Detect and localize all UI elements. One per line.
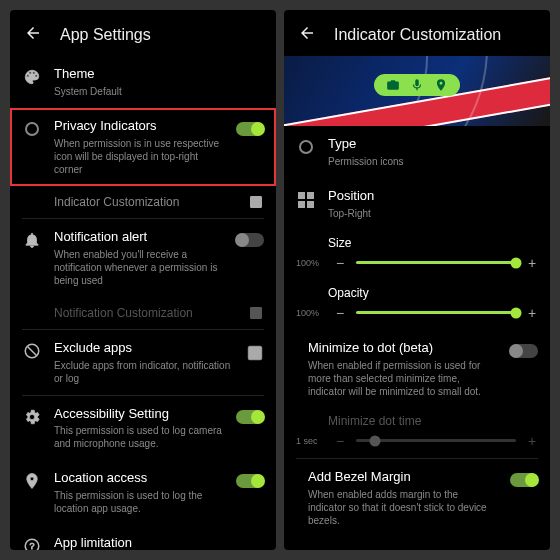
svg-text:?: ? <box>29 541 34 550</box>
min-time-slider: 1 sec − + <box>284 430 550 458</box>
back-arrow-icon[interactable] <box>24 24 42 46</box>
location-icon <box>434 78 448 92</box>
radio-icon <box>296 136 316 154</box>
bezel-row[interactable]: Add Bezel Margin When enabled adds margi… <box>284 459 550 537</box>
mic-icon <box>410 78 424 92</box>
page-title: App Settings <box>60 26 151 44</box>
bezel-toggle[interactable] <box>510 469 538 487</box>
gear-icon <box>22 406 42 426</box>
location-row[interactable]: Location access This permission is used … <box>10 460 276 525</box>
app-settings-screen: App Settings Theme System Default Privac… <box>10 10 276 550</box>
size-label: Size <box>284 230 550 252</box>
indicator-customization-nav[interactable]: Indicator Customization <box>10 186 276 218</box>
size-slider[interactable]: 100% − + <box>284 252 550 280</box>
help-icon: ? <box>22 535 42 550</box>
access-toggle[interactable] <box>236 406 264 424</box>
minus-icon[interactable]: − <box>334 306 346 320</box>
notif-toggle[interactable] <box>236 229 264 247</box>
min-time-label: Minimize dot time <box>284 408 550 430</box>
position-row[interactable]: Position Top-Right <box>284 178 550 230</box>
notif-custom-label: Notification Customization <box>54 306 193 320</box>
back-arrow-icon[interactable] <box>298 24 316 46</box>
minimize-row[interactable]: Minimize to dot (beta) When enabled if p… <box>284 330 550 408</box>
opacity-value: 100% <box>296 308 324 318</box>
theme-label: Theme <box>54 66 264 83</box>
access-label: Accessibility Setting <box>54 406 224 423</box>
open-icon <box>248 305 264 321</box>
indicator-customization-screen: Indicator Customization Type Permission … <box>284 10 550 550</box>
page-title: Indicator Customization <box>334 26 501 44</box>
appbar: Indicator Customization <box>284 10 550 56</box>
position-value: Top-Right <box>328 207 538 220</box>
svg-line-1 <box>28 346 37 355</box>
opacity-label: Opacity <box>284 280 550 302</box>
plus-icon[interactable]: + <box>526 256 538 270</box>
type-value: Permission icons <box>328 155 538 168</box>
appbar: App Settings <box>10 10 276 56</box>
min-time-value: 1 sec <box>296 436 324 446</box>
preview-banner <box>284 56 550 126</box>
camera-icon <box>386 78 400 92</box>
plus-icon: + <box>526 434 538 448</box>
exclude-sub: Exclude apps from indicator, notificatio… <box>54 359 234 385</box>
block-icon <box>22 340 42 360</box>
plus-icon[interactable]: + <box>526 306 538 320</box>
notification-alert-row[interactable]: Notification alert When enabled you'll r… <box>10 219 276 297</box>
notif-label: Notification alert <box>54 229 224 246</box>
notif-sub: When enabled you'll receive a notificati… <box>54 248 224 287</box>
bezel-sub: When enabled adds margin to the indicato… <box>308 488 498 527</box>
privacy-indicators-row[interactable]: Privacy Indicators When permission is in… <box>10 108 276 186</box>
privacy-label: Privacy Indicators <box>54 118 224 135</box>
theme-row[interactable]: Theme System Default <box>10 56 276 108</box>
size-value: 100% <box>296 258 324 268</box>
type-row[interactable]: Type Permission icons <box>284 126 550 178</box>
pin-icon <box>22 470 42 490</box>
access-sub: This permission is used to log camera an… <box>54 424 224 450</box>
grid-icon <box>296 188 316 208</box>
limit-label: App limitation <box>54 535 264 550</box>
minus-icon: − <box>334 434 346 448</box>
open-icon <box>248 194 264 210</box>
theme-value: System Default <box>54 85 264 98</box>
minimize-label: Minimize to dot (beta) <box>308 340 498 357</box>
privacy-sub: When permission is in use respective ico… <box>54 137 224 176</box>
location-sub: This permission is used to log the locat… <box>54 489 224 515</box>
minus-icon[interactable]: − <box>334 256 346 270</box>
location-label: Location access <box>54 470 224 487</box>
type-label: Type <box>328 136 538 153</box>
location-toggle[interactable] <box>236 470 264 488</box>
app-limitation-row[interactable]: ? App limitation Click here to know abou… <box>10 525 276 550</box>
accessibility-row[interactable]: Accessibility Setting This permission is… <box>10 396 276 461</box>
privacy-toggle[interactable] <box>236 118 264 136</box>
palette-icon <box>22 66 42 86</box>
minimize-sub: When enabled if permission is used for m… <box>308 359 498 398</box>
exclude-apps-row[interactable]: Exclude apps Exclude apps from indicator… <box>10 330 276 395</box>
indicator-customization-label: Indicator Customization <box>54 195 179 209</box>
indicator-pill <box>374 74 460 96</box>
radio-icon <box>22 118 42 136</box>
minimize-toggle[interactable] <box>510 340 538 358</box>
position-label: Position <box>328 188 538 205</box>
bell-icon <box>22 229 42 249</box>
exclude-label: Exclude apps <box>54 340 234 357</box>
open-icon <box>246 340 264 362</box>
opacity-slider[interactable]: 100% − + <box>284 302 550 330</box>
notification-customization-nav[interactable]: Notification Customization <box>10 297 276 329</box>
bezel-label: Add Bezel Margin <box>308 469 498 486</box>
